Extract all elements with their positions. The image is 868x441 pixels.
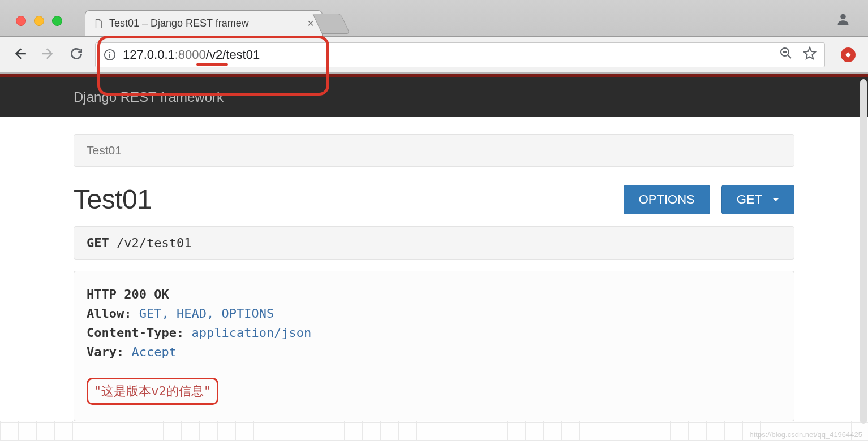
request-path: /v2/test01 — [117, 236, 191, 250]
forward-button[interactable] — [41, 46, 55, 63]
zoom-out-icon[interactable] — [779, 46, 793, 63]
response-body: "这是版本v2的信息" — [87, 378, 781, 405]
response-status: HTTP 200 OK — [87, 285, 781, 304]
response-header-row: Allow: GET, HEAD, OPTIONS — [87, 304, 781, 323]
url-annotation-underline — [196, 63, 228, 66]
top-accent-bar — [0, 74, 868, 77]
response-header-key: Content-Type: — [87, 326, 184, 340]
browser-toolbar: 127.0.0.1:8000/v2/test01 — [0, 37, 868, 74]
minimize-window-button[interactable] — [34, 16, 44, 26]
url-text: 127.0.0.1:8000/v2/test01 — [123, 47, 260, 62]
svg-point-0 — [840, 14, 845, 19]
get-button-label: GET — [737, 192, 762, 207]
response-header-key: Vary: — [87, 345, 124, 359]
page-icon — [93, 18, 104, 30]
page-viewport: Django REST framework Test01 Test01 OPTI… — [0, 74, 868, 441]
close-window-button[interactable] — [16, 16, 26, 26]
extension-icon[interactable] — [841, 47, 856, 62]
options-button[interactable]: OPTIONS — [624, 185, 710, 214]
address-bar[interactable]: 127.0.0.1:8000/v2/test01 — [95, 42, 825, 67]
get-button[interactable]: GET — [721, 185, 794, 214]
breadcrumb: Test01 — [74, 134, 794, 167]
back-button[interactable] — [12, 46, 27, 63]
response-header-value: GET, HEAD, OPTIONS — [139, 306, 274, 321]
response-header-value: application/json — [191, 326, 311, 340]
bookmark-star-icon[interactable] — [803, 46, 817, 63]
svg-rect-3 — [109, 54, 110, 57]
svg-point-2 — [109, 51, 110, 53]
vertical-scrollbar[interactable] — [860, 79, 867, 424]
close-tab-icon[interactable]: × — [307, 17, 314, 30]
response-header-value: Accept — [131, 345, 176, 359]
profile-icon[interactable] — [835, 11, 851, 27]
window-controls — [0, 16, 62, 36]
svg-line-5 — [788, 55, 791, 58]
response-header-key: Allow: — [87, 306, 131, 321]
response-header-row: Vary: Accept — [87, 343, 781, 362]
reload-button[interactable] — [69, 46, 84, 63]
watermark: https://blog.csdn.net/qq_41964425 — [750, 430, 863, 439]
options-button-label: OPTIONS — [639, 192, 695, 207]
response-header-row: Content-Type: application/json — [87, 323, 781, 343]
breadcrumb-current: Test01 — [87, 144, 122, 157]
maximize-window-button[interactable] — [52, 16, 62, 26]
navbar: Django REST framework — [0, 77, 868, 117]
site-info-icon[interactable] — [104, 49, 116, 61]
browser-tab-active[interactable]: Test01 – Django REST framew × — [85, 10, 323, 36]
request-line: GET /v2/test01 — [74, 226, 794, 260]
browser-titlebar: Test01 – Django REST framew × — [0, 0, 868, 37]
page-title: Test01 — [74, 184, 152, 215]
tab-title: Test01 – Django REST framew — [109, 18, 302, 29]
response-panel: HTTP 200 OK Allow: GET, HEAD, OPTIONS Co… — [74, 271, 794, 421]
tab-strip: Test01 – Django REST framew × — [85, 0, 350, 36]
request-method: GET — [87, 236, 109, 250]
brand-link[interactable]: Django REST framework — [74, 89, 224, 105]
chevron-down-icon — [772, 198, 779, 201]
response-body-text: "这是版本v2的信息" — [87, 378, 218, 405]
